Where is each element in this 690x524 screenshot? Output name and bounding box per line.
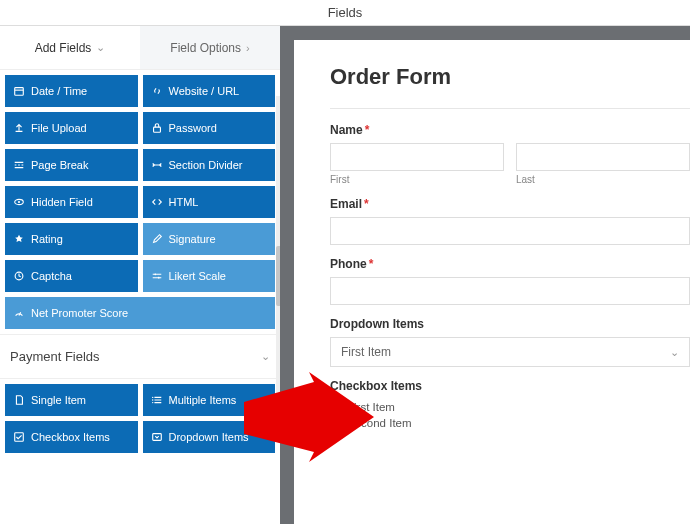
pagebreak-icon [13,159,25,171]
page-header: Fields [0,0,690,26]
chevron-down-icon: ⌄ [670,346,679,359]
field-email: Email* [330,197,690,245]
field-website-url[interactable]: Website / URL [143,75,276,107]
header-title: Fields [328,5,363,20]
field-multiple-items[interactable]: Multiple Items [143,384,276,416]
chevron-right-icon: › [246,42,250,54]
field-name: Name* First Last [330,123,690,185]
preview-wrapper: Order Form Name* First Last [280,26,690,524]
upload-icon [13,122,25,134]
field-label: Single Item [31,394,86,406]
calendar-icon [13,85,25,97]
checkbox-item[interactable]: Second Item [330,415,690,431]
svg-rect-0 [15,88,24,96]
field-phone: Phone* [330,257,690,305]
field-single-item[interactable]: Single Item [5,384,138,416]
payment-fields-grid: Single ItemMultiple ItemsCheckbox ItemsD… [0,379,280,458]
svg-rect-13 [152,434,161,441]
email-input[interactable] [330,217,690,245]
code-icon [151,196,163,208]
sublabel-first: First [330,174,504,185]
svg-rect-12 [15,433,24,442]
checkbox-label: First Item [347,401,395,413]
svg-point-4 [18,201,20,203]
field-label: Hidden Field [31,196,93,208]
fancy-fields-grid: Date / TimeWebsite / URLFile UploadPassw… [0,70,280,334]
svg-point-6 [154,273,156,275]
required-mark: * [365,123,370,137]
field-label: Multiple Items [169,394,237,406]
divider-icon [151,159,163,171]
last-name-input[interactable] [516,143,690,171]
field-signature[interactable]: Signature [143,223,276,255]
tab-field-options[interactable]: Field Options › [140,26,280,69]
field-label: File Upload [31,122,87,134]
form-title: Order Form [330,64,690,90]
star-icon [13,233,25,245]
phone-input[interactable] [330,277,690,305]
dropdown-select[interactable]: First Item ⌄ [330,337,690,367]
tab-label: Add Fields [35,41,92,55]
field-label: HTML [169,196,199,208]
checkbox-icon [330,418,341,429]
field-rating[interactable]: Rating [5,223,138,255]
svg-point-10 [152,399,153,400]
checkbox-icon [13,431,25,443]
field-dropdown-items[interactable]: Dropdown Items [143,421,276,453]
field-file-upload[interactable]: File Upload [5,112,138,144]
field-section-divider[interactable]: Section Divider [143,149,276,181]
dropdown-value: First Item [341,345,391,359]
field-label: Rating [31,233,63,245]
tabs: Add Fields ⌄ Field Options › [0,26,280,70]
captcha-icon [13,270,25,282]
field-label: Likert Scale [169,270,226,282]
field-net-promoter-score[interactable]: Net Promoter Score [5,297,275,329]
sidebar: Add Fields ⌄ Field Options › Date / Time… [0,26,280,524]
field-label: Password [169,122,217,134]
field-dropdown: Dropdown Items First Item ⌄ [330,317,690,367]
form-preview: Order Form Name* First Last [294,40,690,524]
checkbox-icon [330,402,341,413]
pen-icon [151,233,163,245]
field-html[interactable]: HTML [143,186,276,218]
chevron-down-icon: ⌄ [96,41,105,54]
chevron-down-icon: ⌄ [261,350,270,363]
first-name-input[interactable] [330,143,504,171]
required-mark: * [369,257,374,271]
section-payment-fields[interactable]: Payment Fields ⌄ [0,334,280,379]
field-checkbox-items[interactable]: Checkbox Items [5,421,138,453]
svg-rect-2 [153,127,160,132]
svg-point-9 [152,397,153,398]
list-icon [151,394,163,406]
field-checkbox: Checkbox Items First ItemSecond Item [330,379,690,431]
field-label: Dropdown Items [169,431,249,443]
field-label: Dropdown Items [330,317,690,331]
file-icon [13,394,25,406]
checkbox-item[interactable]: First Item [330,399,690,415]
section-title: Payment Fields [10,349,100,364]
scale-icon [151,270,163,282]
field-password[interactable]: Password [143,112,276,144]
field-label: Name* [330,123,690,137]
sublabel-last: Last [516,174,690,185]
field-label: Email* [330,197,690,211]
svg-line-8 [19,312,21,315]
tab-add-fields[interactable]: Add Fields ⌄ [0,26,140,69]
gauge-icon [13,307,25,319]
eye-icon [13,196,25,208]
field-label: Date / Time [31,85,87,97]
dropdown-icon [151,431,163,443]
field-captcha[interactable]: Captcha [5,260,138,292]
field-likert-scale[interactable]: Likert Scale [143,260,276,292]
field-hidden-field[interactable]: Hidden Field [5,186,138,218]
field-date-time[interactable]: Date / Time [5,75,138,107]
field-label: Page Break [31,159,88,171]
field-label: Phone* [330,257,690,271]
field-label: Checkbox Items [31,431,110,443]
field-label: Section Divider [169,159,243,171]
field-label: Website / URL [169,85,240,97]
field-label: Net Promoter Score [31,307,128,319]
field-page-break[interactable]: Page Break [5,149,138,181]
required-mark: * [364,197,369,211]
field-label: Signature [169,233,216,245]
